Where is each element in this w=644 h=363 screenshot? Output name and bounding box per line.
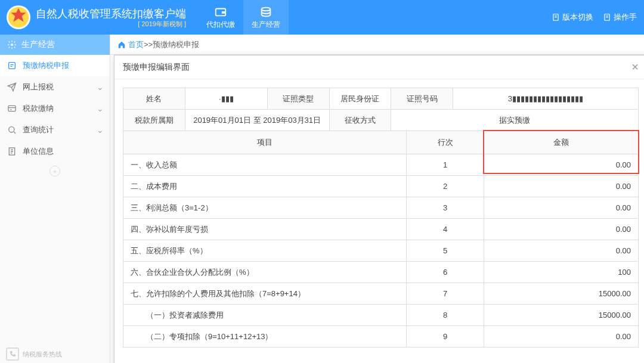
- svg-point-4: [262, 7, 271, 11]
- chevron-down-icon: ⌄: [97, 125, 104, 135]
- app-header: 自然人税收管理系统扣缴客户端 [ 2019年新税制 ] 代扣代缴 生产经营 版本…: [0, 0, 644, 35]
- send-icon: [7, 82, 17, 92]
- cert-type-label: 证照类型: [267, 88, 329, 110]
- table-row: 一、收入总额10.00: [123, 154, 639, 176]
- form-icon: [7, 61, 17, 70]
- rownum-cell: 4: [407, 219, 484, 240]
- rownum-cell: 2: [407, 176, 484, 197]
- sidebar-item-4[interactable]: 单位信息: [0, 141, 110, 162]
- sidebar-header: 生产经营: [0, 35, 110, 55]
- cert-no-label: 证照号码: [391, 88, 453, 110]
- sidebar-item-label: 查询统计: [23, 125, 54, 135]
- amount-cell[interactable]: 0.00: [484, 219, 638, 240]
- table-row: （一）投资者减除费用815000.00: [123, 305, 639, 326]
- home-icon: [117, 41, 126, 49]
- amount-cell[interactable]: 100: [484, 262, 638, 283]
- taxpayer-info-table: 姓名 ·▮▮▮ 证照类型 居民身份证 证照号码 3▮▮▮▮▮▮▮▮▮▮▮▮▮▮▮…: [123, 88, 639, 131]
- item-cell: 七、允许扣除的个人费用及其他扣除（7=8+9+14）: [123, 283, 407, 305]
- search-icon: [7, 125, 17, 135]
- cert-no-value: 3▮▮▮▮▮▮▮▮▮▮▮▮▮▮▮▮▮: [453, 88, 638, 110]
- col-item: 项目: [123, 131, 407, 154]
- svg-rect-3: [222, 11, 225, 14]
- rownum-cell: 6: [407, 262, 484, 283]
- col-amount: 金额: [484, 131, 638, 154]
- item-cell: 四、弥补以前年度亏损: [123, 219, 407, 240]
- name-value: ·▮▮▮: [185, 88, 267, 110]
- amount-cell[interactable]: 0.00: [484, 197, 638, 219]
- tab-production[interactable]: 生产经营: [243, 0, 289, 35]
- manual-link[interactable]: 操作手: [603, 12, 637, 23]
- phone-icon: [6, 348, 19, 361]
- breadcrumb-home-link[interactable]: 首页: [117, 39, 144, 50]
- table-row: 三、利润总额（3=1-2）30.00: [123, 197, 639, 219]
- cert-type-value: 居民身份证: [329, 88, 391, 110]
- gear-icon: [7, 40, 17, 49]
- chevron-left-icon: «: [49, 166, 60, 176]
- table-row: （二）专项扣除（9=10+11+12+13）90.00: [123, 326, 639, 348]
- rownum-cell: 3: [407, 197, 484, 219]
- table-row: 五、应税所得率（%）50.00: [123, 240, 639, 262]
- version-switch-link[interactable]: 版本切换: [552, 12, 593, 23]
- sidebar-item-3[interactable]: 查询统计⌄: [0, 119, 110, 141]
- modal-close-button[interactable]: ×: [631, 60, 639, 74]
- table-row: 六、合伙企业合伙人分配比例（%）6100: [123, 262, 639, 283]
- sidebar-collapse-button[interactable]: «: [0, 162, 110, 180]
- amount-cell[interactable]: 15000.00: [484, 283, 638, 305]
- sidebar: 生产经营 预缴纳税申报网上报税⌄税款缴纳⌄查询统计⌄单位信息 « 纳税服务热线: [0, 35, 110, 363]
- item-cell: （二）专项扣除（9=10+11+12+13）: [123, 326, 407, 348]
- doc-icon: [552, 13, 560, 21]
- declaration-table: 项目 行次 金额 一、收入总额10.00二、成本费用20.00三、利润总额（3=…: [123, 131, 639, 348]
- amount-cell[interactable]: 0.00: [484, 176, 638, 197]
- svg-point-11: [11, 44, 13, 46]
- period-value: 2019年01月01日 至 2019年03月31日: [185, 110, 329, 131]
- item-cell: （一）投资者减除费用: [123, 305, 407, 326]
- wallet-icon: [214, 5, 227, 18]
- amount-cell[interactable]: 0.00: [484, 240, 638, 262]
- table-row: 七、允许扣除的个人费用及其他扣除（7=8+9+14）715000.00: [123, 283, 639, 305]
- sidebar-item-label: 单位信息: [23, 146, 54, 157]
- amount-cell[interactable]: 15000.00: [484, 305, 638, 326]
- rownum-cell: 9: [407, 326, 484, 348]
- name-label: 姓名: [123, 88, 185, 110]
- sidebar-item-2[interactable]: 税款缴纳⌄: [0, 98, 110, 119]
- rownum-cell: 7: [407, 283, 484, 305]
- edit-modal: 预缴申报编辑界面 × 姓名 ·▮▮▮ 证照类型 居民身份证 证照号码 3▮▮▮▮…: [114, 55, 644, 363]
- breadcrumb: 首页 >> 预缴纳税申报: [110, 35, 644, 55]
- app-title: 自然人税收管理系统扣缴客户端: [36, 7, 186, 21]
- sidebar-item-label: 网上报税: [23, 82, 54, 92]
- collect-value: 据实预缴: [391, 110, 639, 131]
- rownum-cell: 5: [407, 240, 484, 262]
- amount-cell[interactable]: 0.00: [484, 154, 638, 176]
- svg-rect-12: [9, 63, 16, 69]
- rownum-cell: 8: [407, 305, 484, 326]
- card-icon: [7, 104, 17, 113]
- sidebar-item-0[interactable]: 预缴纳税申报: [0, 55, 110, 76]
- svg-rect-13: [8, 106, 16, 111]
- amount-cell[interactable]: 0.00: [484, 326, 638, 348]
- sidebar-item-1[interactable]: 网上报税⌄: [0, 76, 110, 98]
- app-subtitle: [ 2019年新税制 ]: [36, 20, 186, 29]
- modal-title: 预缴申报编辑界面: [123, 62, 190, 73]
- item-cell: 三、利润总额（3=1-2）: [123, 197, 407, 219]
- item-cell: 一、收入总额: [123, 154, 407, 176]
- coins-icon: [259, 5, 273, 18]
- period-label: 税款所属期: [123, 110, 185, 131]
- footer-hotline: 纳税服务热线: [6, 348, 62, 361]
- sidebar-item-label: 预缴纳税申报: [23, 60, 69, 71]
- table-row: 四、弥补以前年度亏损40.00: [123, 219, 639, 240]
- item-cell: 六、合伙企业合伙人分配比例（%）: [123, 262, 407, 283]
- col-row: 行次: [407, 131, 484, 154]
- rownum-cell: 1: [407, 154, 484, 176]
- close-icon: ×: [631, 60, 639, 73]
- collect-label: 征收方式: [329, 110, 391, 131]
- sidebar-item-label: 税款缴纳: [23, 103, 54, 114]
- app-logo-icon: [6, 5, 31, 30]
- list-icon: [7, 147, 17, 156]
- doc-icon: [603, 13, 611, 21]
- svg-point-14: [9, 127, 14, 132]
- main-content: 首页 >> 预缴纳税申报 保险 0.00 预缴申报编辑界面 × 姓名 ·▮: [110, 35, 644, 363]
- tab-withholding[interactable]: 代扣代缴: [198, 0, 243, 35]
- table-row: 二、成本费用20.00: [123, 176, 639, 197]
- breadcrumb-current: 预缴纳税申报: [153, 39, 199, 50]
- tab-label: 代扣代缴: [206, 20, 235, 30]
